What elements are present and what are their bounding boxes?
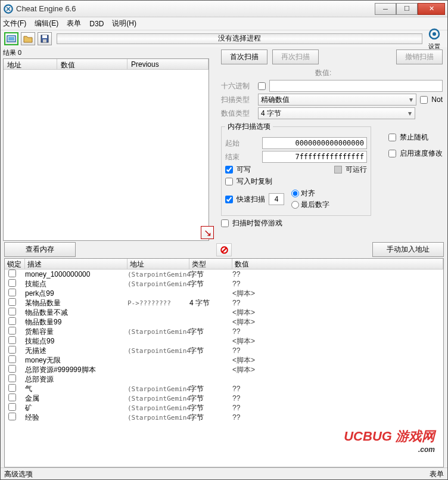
menu-help[interactable]: 说明(H) <box>112 18 136 29</box>
start-input[interactable] <box>262 137 367 149</box>
col-value[interactable]: 数值 <box>57 59 127 69</box>
table-row[interactable]: 货船容量(StarpointGemin4字节?? <box>5 327 443 336</box>
stop-input[interactable] <box>262 151 367 163</box>
lock-checkbox[interactable] <box>8 289 16 296</box>
results-header: 地址 数值 Previous <box>4 59 209 70</box>
hdr-val[interactable]: 数值 <box>232 259 443 269</box>
progress-label: 没有选择进程 <box>57 33 422 43</box>
lastdigit-radio[interactable] <box>291 201 299 209</box>
save-button[interactable] <box>38 32 52 45</box>
results-list[interactable]: 地址 数值 Previous <box>3 58 209 241</box>
pause-checkbox[interactable] <box>221 219 229 227</box>
menu-d3d[interactable]: D3D <box>89 20 104 28</box>
progress-bar: 没有选择进程 <box>57 33 422 44</box>
start-label: 起始 <box>225 138 259 148</box>
stop-label: 结束 <box>225 152 259 162</box>
hex-checkbox[interactable] <box>258 82 266 90</box>
table-row[interactable]: 物品数量99<脚本> <box>5 317 443 327</box>
cheat-table-header: 锁定 描述 地址 类型 数值 <box>5 259 443 270</box>
table-row[interactable]: 气(StarpointGemin4字节?? <box>5 384 443 394</box>
first-scan-button[interactable]: 首次扫描 <box>221 49 267 64</box>
lock-checkbox[interactable] <box>8 346 16 354</box>
table-row[interactable]: 物品数量不减<脚本> <box>5 308 443 317</box>
advanced-options[interactable]: 高级选项 <box>4 470 33 478</box>
not-label: Not <box>431 95 443 104</box>
cheat-table[interactable]: 锁定 描述 地址 类型 数值 money_1000000000(Starpoin… <box>4 258 444 467</box>
open-process-button[interactable] <box>4 32 18 45</box>
watermark: UCBUG 游戏网 .com <box>344 428 435 454</box>
fastscan-input[interactable] <box>269 193 284 205</box>
titlebar: Cheat Engine 6.6 ─ ☐ ✕ <box>1 1 447 17</box>
view-memory-button[interactable]: 查看内存 <box>4 242 76 257</box>
lock-checkbox[interactable] <box>8 308 16 315</box>
writable-checkbox[interactable] <box>225 166 233 174</box>
open-file-button[interactable] <box>21 32 35 45</box>
lock-checkbox[interactable] <box>8 327 16 335</box>
not-checkbox[interactable] <box>420 96 428 104</box>
menu-edit[interactable]: 编辑(E) <box>35 18 58 29</box>
scantype-label: 扫描类型 <box>221 95 254 105</box>
hdr-type[interactable]: 类型 <box>189 259 232 269</box>
executable-checkbox[interactable] <box>334 166 342 174</box>
hdr-lock[interactable]: 锁定 <box>5 259 25 269</box>
svg-rect-2 <box>8 37 14 41</box>
table-row[interactable]: money无限<脚本> <box>5 355 443 365</box>
lock-checkbox[interactable] <box>8 355 16 363</box>
writable-label: 可写 <box>237 165 251 175</box>
copyonwrite-checkbox[interactable] <box>225 178 233 185</box>
next-scan-button[interactable]: 再次扫描 <box>272 49 319 64</box>
minimize-button[interactable]: ─ <box>375 3 396 15</box>
lock-checkbox[interactable] <box>8 384 16 392</box>
lock-checkbox[interactable] <box>8 270 16 277</box>
mem-options-legend: 内存扫描选项 <box>225 122 273 132</box>
table-row[interactable]: 技能点(StarpointGemin4字节?? <box>5 279 443 289</box>
svg-point-7 <box>433 32 436 36</box>
clear-icon[interactable]: ⊘ <box>216 243 232 256</box>
value-label: 数值: <box>315 68 349 78</box>
scantype-select[interactable]: 精确数值 <box>258 94 416 106</box>
table-row[interactable]: money_1000000000(StarpointGemin4字节?? <box>5 270 443 279</box>
speedhack-checkbox[interactable] <box>388 150 396 157</box>
close-button[interactable]: ✕ <box>418 3 445 15</box>
lock-checkbox[interactable] <box>8 413 16 420</box>
fastscan-checkbox[interactable] <box>225 196 233 203</box>
lock-checkbox[interactable] <box>8 336 16 344</box>
svg-rect-4 <box>42 35 47 38</box>
lock-checkbox[interactable] <box>8 394 16 401</box>
table-row[interactable]: 总部资源 <box>5 374 443 384</box>
table-row[interactable]: 经验(StarpointGemin4字节?? <box>5 413 443 422</box>
norandom-checkbox[interactable] <box>388 134 396 141</box>
table-row[interactable]: 无描述(StarpointGemin4字节?? <box>5 346 443 355</box>
window-title: Cheat Engine 6.6 <box>16 4 375 13</box>
menubar: 文件(F) 编辑(E) 表单 D3D 说明(H) <box>1 17 447 30</box>
menu-table[interactable]: 表单 <box>67 18 81 29</box>
executable-label: 可运行 <box>346 165 367 175</box>
lock-checkbox[interactable] <box>8 317 16 325</box>
menu-file[interactable]: 文件(F) <box>3 18 26 29</box>
col-address[interactable]: 地址 <box>4 59 57 69</box>
table-extra[interactable]: 表单 <box>430 469 444 479</box>
table-row[interactable]: 矿(StarpointGemin4字节?? <box>5 403 443 413</box>
hdr-desc[interactable]: 描述 <box>25 259 127 269</box>
maximize-button[interactable]: ☐ <box>396 3 418 15</box>
valuetype-select[interactable]: 4 字节 <box>258 107 415 119</box>
app-icon <box>3 4 14 14</box>
table-row[interactable]: 某物品数量P->????????4 字节?? <box>5 298 443 308</box>
lock-checkbox[interactable] <box>8 374 16 382</box>
table-row[interactable]: 金属(StarpointGemin4字节?? <box>5 394 443 403</box>
statusbar: 高级选项 表单 <box>1 467 447 479</box>
table-row[interactable]: 总部资源#999999脚本<脚本> <box>5 365 443 374</box>
add-manual-button[interactable]: 手动加入地址 <box>372 242 444 257</box>
table-row[interactable]: perk点99<脚本> <box>5 289 443 298</box>
align-radio[interactable] <box>291 190 299 197</box>
undo-scan-button[interactable]: 撤销扫描 <box>396 49 443 64</box>
memory-scan-options: 内存扫描选项 起始 结束 可写 可运行 写 <box>221 122 371 216</box>
lock-checkbox[interactable] <box>8 403 16 411</box>
value-input[interactable] <box>269 80 443 92</box>
lock-checkbox[interactable] <box>8 365 16 373</box>
lock-checkbox[interactable] <box>8 279 16 287</box>
col-previous[interactable]: Previous <box>127 59 209 69</box>
table-row[interactable]: 技能点99<脚本> <box>5 336 443 346</box>
lock-checkbox[interactable] <box>8 298 16 306</box>
hdr-addr[interactable]: 地址 <box>127 259 189 269</box>
